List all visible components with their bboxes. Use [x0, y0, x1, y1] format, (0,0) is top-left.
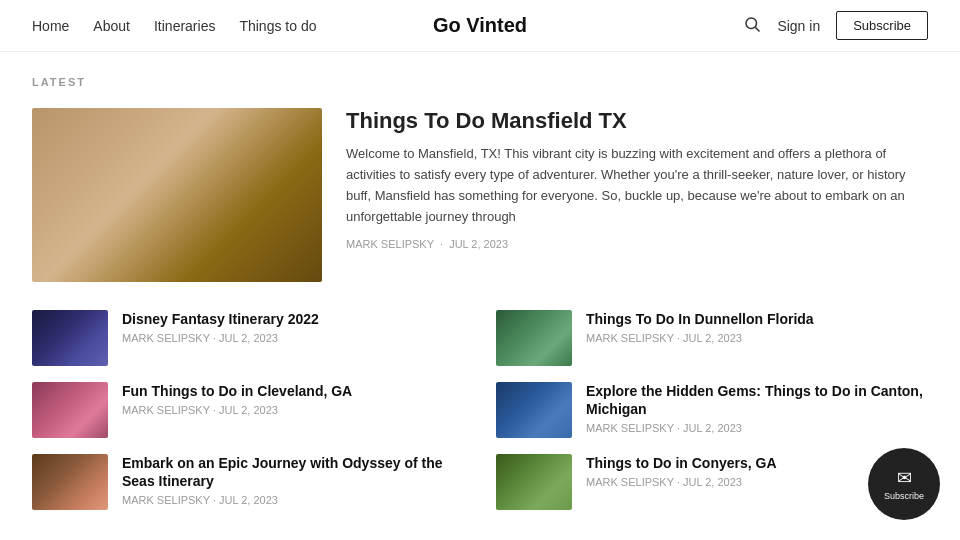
grid-thumb — [496, 382, 572, 438]
featured-date: JUL 2, 2023 — [449, 238, 508, 250]
grid-thumb-inner — [496, 310, 572, 366]
grid-text: Things To Do In Dunnellon Florida MARK S… — [586, 310, 928, 344]
grid-thumb-inner — [496, 382, 572, 438]
grid-thumb-inner — [496, 454, 572, 510]
grid-item[interactable]: Fun Things to Do in Cleveland, GA MARK S… — [32, 382, 464, 438]
subscribe-bubble-label: Subscribe — [884, 491, 924, 502]
grid-thumb-inner — [32, 382, 108, 438]
subscribe-bubble-icon: ✉ — [897, 467, 912, 489]
grid-meta: MARK SELIPSKY · JUL 2, 2023 — [586, 422, 928, 434]
grid-title: Embark on an Epic Journey with Odyssey o… — [122, 454, 464, 490]
grid-meta: MARK SELIPSKY · JUL 2, 2023 — [122, 404, 464, 416]
grid-thumb-inner — [32, 454, 108, 510]
grid-thumb — [496, 454, 572, 510]
grid-item[interactable]: Things to Do in Conyers, GA MARK SELIPSK… — [496, 454, 928, 510]
grid-text: Disney Fantasy Itinerary 2022 MARK SELIP… — [122, 310, 464, 344]
site-brand[interactable]: Go Vinted — [433, 14, 527, 37]
featured-description: Welcome to Mansfield, TX! This vibrant c… — [346, 144, 928, 227]
grid-meta: MARK SELIPSKY · JUL 2, 2023 — [122, 332, 464, 344]
grid-item[interactable]: Embark on an Epic Journey with Odyssey o… — [32, 454, 464, 510]
navigation: Home About Itineraries Things to do Go V… — [0, 0, 960, 52]
section-label: LATEST — [32, 76, 928, 88]
grid-text: Explore the Hidden Gems: Things to Do in… — [586, 382, 928, 434]
nav-left: Home About Itineraries Things to do — [32, 18, 316, 34]
grid-thumb — [32, 382, 108, 438]
featured-image-inner — [32, 108, 322, 282]
grid-thumb — [32, 310, 108, 366]
subscribe-bubble[interactable]: ✉ Subscribe — [868, 448, 940, 520]
grid-meta: MARK SELIPSKY · JUL 2, 2023 — [122, 494, 464, 506]
featured-meta: MARK SELIPSKY · JUL 2, 2023 — [346, 238, 928, 250]
nav-itineraries[interactable]: Itineraries — [154, 18, 215, 34]
sign-in-link[interactable]: Sign in — [777, 18, 820, 34]
grid-text: Embark on an Epic Journey with Odyssey o… — [122, 454, 464, 506]
grid-meta: MARK SELIPSKY · JUL 2, 2023 — [586, 332, 928, 344]
featured-text: Things To Do Mansfield TX Welcome to Man… — [346, 108, 928, 282]
grid-title: Things To Do In Dunnellon Florida — [586, 310, 928, 328]
svg-point-0 — [746, 18, 757, 29]
featured-article: Things To Do Mansfield TX Welcome to Man… — [32, 108, 928, 282]
nav-things-to-do[interactable]: Things to do — [239, 18, 316, 34]
grid-thumb — [32, 454, 108, 510]
featured-image — [32, 108, 322, 282]
featured-title: Things To Do Mansfield TX — [346, 108, 928, 134]
articles-grid: Disney Fantasy Itinerary 2022 MARK SELIP… — [32, 310, 928, 510]
nav-right: Sign in Subscribe — [743, 11, 928, 40]
subscribe-button[interactable]: Subscribe — [836, 11, 928, 40]
grid-title: Disney Fantasy Itinerary 2022 — [122, 310, 464, 328]
grid-thumb — [496, 310, 572, 366]
main-content: LATEST Things To Do Mansfield TX Welcome… — [0, 52, 960, 540]
nav-home[interactable]: Home — [32, 18, 69, 34]
search-icon[interactable] — [743, 15, 761, 37]
featured-author: MARK SELIPSKY — [346, 238, 434, 250]
grid-item[interactable]: Things To Do In Dunnellon Florida MARK S… — [496, 310, 928, 366]
svg-line-1 — [756, 27, 760, 31]
nav-about[interactable]: About — [93, 18, 130, 34]
grid-text: Fun Things to Do in Cleveland, GA MARK S… — [122, 382, 464, 416]
grid-item[interactable]: Disney Fantasy Itinerary 2022 MARK SELIP… — [32, 310, 464, 366]
grid-title: Explore the Hidden Gems: Things to Do in… — [586, 382, 928, 418]
grid-thumb-inner — [32, 310, 108, 366]
grid-item[interactable]: Explore the Hidden Gems: Things to Do in… — [496, 382, 928, 438]
grid-title: Fun Things to Do in Cleveland, GA — [122, 382, 464, 400]
